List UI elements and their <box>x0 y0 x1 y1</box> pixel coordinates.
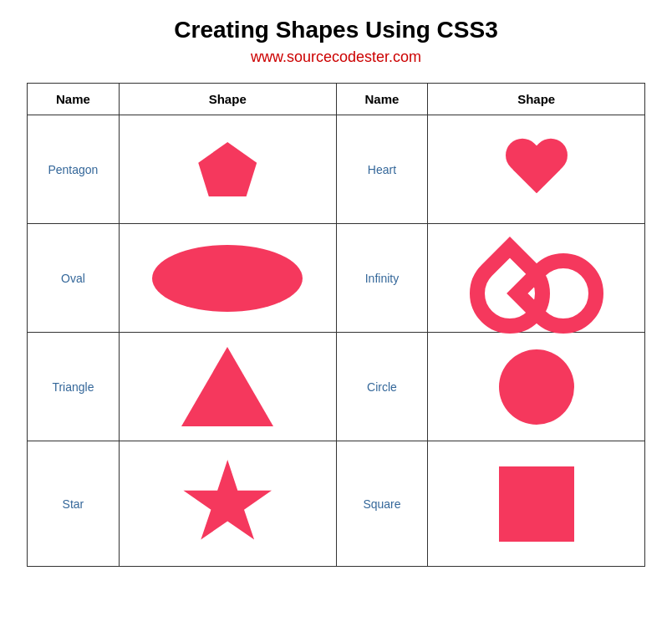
triangle-shape <box>181 347 273 426</box>
pentagon-shape <box>198 142 257 196</box>
shape-left-3 <box>119 441 336 567</box>
name-left-2: Triangle <box>28 333 120 441</box>
infinity-shape <box>470 245 603 312</box>
star-shape <box>181 460 273 548</box>
subtitle: www.sourcecodester.com <box>251 48 421 66</box>
col3-header: Name <box>336 84 428 115</box>
heart-shape <box>503 140 570 200</box>
col2-header: Shape <box>119 84 336 115</box>
name-right-0: Heart <box>336 115 428 224</box>
shape-left-2 <box>119 333 336 441</box>
col1-header: Name <box>28 84 120 115</box>
shape-right-1 <box>428 224 645 333</box>
name-right-2: Circle <box>336 333 428 441</box>
shapes-table: Name Shape Name Shape Pentagon Heart Ova… <box>27 83 645 567</box>
shape-right-0 <box>428 115 645 224</box>
oval-shape <box>152 245 303 312</box>
square-shape <box>499 466 574 542</box>
shape-left-0 <box>119 115 336 224</box>
circle-shape <box>499 349 574 425</box>
shape-right-2 <box>428 333 645 441</box>
page-title: Creating Shapes Using CSS3 <box>174 17 497 43</box>
name-right-3: Square <box>336 441 428 567</box>
shape-left-1 <box>119 224 336 333</box>
name-right-1: Infinity <box>336 224 428 333</box>
name-left-1: Oval <box>28 224 120 333</box>
shape-right-3 <box>428 441 645 567</box>
name-left-3: Star <box>28 441 120 567</box>
col4-header: Shape <box>428 84 645 115</box>
name-left-0: Pentagon <box>28 115 120 224</box>
